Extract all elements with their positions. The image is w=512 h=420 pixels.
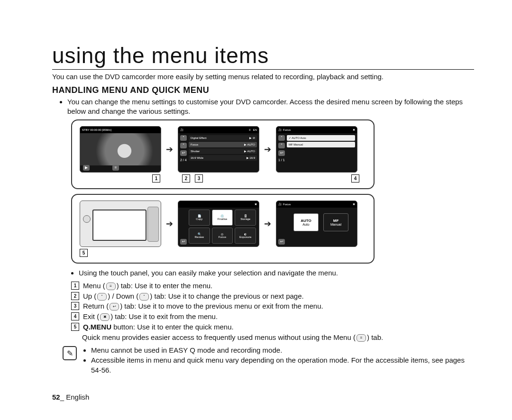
focus-option-auto: AUTOAuto (293, 213, 319, 231)
up-icon: ˄ (180, 135, 187, 141)
chapter-title: using the menu items (52, 43, 474, 70)
page-footer: 52_ English (52, 393, 89, 401)
status-text: STBY 00:00:00 [95Min] (82, 128, 111, 131)
exit-icon: ✖ (100, 313, 110, 321)
down-icon: ˅ (180, 143, 187, 148)
qmenu-option: 🔍Review (189, 228, 210, 244)
submenu-item: MF Manual (287, 142, 355, 147)
overview-list: You can change the menu settings to cust… (52, 97, 474, 117)
up-icon: ˄ (278, 135, 285, 141)
menu-icon: ≡ (106, 283, 116, 290)
return-icon: ↩ (278, 150, 285, 156)
legend-quickmenu-note: Quick menu provides easier access to fre… (71, 332, 474, 343)
chapter-intro: You can use the DVD camcorder more easil… (52, 73, 474, 81)
status-bar: STBY 00:00:00 [95Min] (80, 127, 161, 133)
menu-item-selected: Focus▶ AUTO (189, 142, 257, 147)
note-icon: ✎ (63, 346, 77, 360)
exit-icon: ✖ (353, 128, 355, 131)
return-icon: ↩ (110, 303, 119, 310)
page-language: English (66, 393, 89, 401)
touch-intro-list: Using the touch panel, you can easily ma… (52, 268, 474, 278)
legend-item-3: 3 Return (↩) tab: Use it to move to the … (71, 301, 474, 311)
return-icon: ↩ (180, 150, 187, 156)
return-icon: ↩ (278, 239, 285, 245)
diagram-menu-flow: STBY 00:00:00 [95Min] ▶ ≡ ➔ 🎥≡ EN ˄ ˅ ↩ … (71, 119, 375, 189)
arrow-icon: ➔ (263, 144, 272, 155)
menu-icon: ≡ (112, 165, 119, 171)
note-1: Menu cannot be used in EASY Q mode and r… (91, 345, 474, 355)
overview-bullet: You can change the menu settings to cust… (67, 97, 474, 117)
note-block: ✎ Menu cannot be used in EASY Q mode and… (63, 345, 474, 375)
down-icon: ˅ (139, 293, 149, 301)
menu-item: Digital Effect▶ ⊘ (189, 135, 257, 141)
callout-5: 5 (80, 249, 88, 257)
callout-3: 3 (195, 174, 203, 183)
down-icon: ˅ (278, 143, 285, 148)
exit-icon: ✖ (353, 202, 355, 206)
section-title: HANDLING MENU AND QUICK MENU (52, 85, 474, 95)
callout-2: 2 (182, 174, 190, 183)
liveview-image (80, 133, 161, 165)
lcd-submenu: 🎥Focus✖ ˄ ˅ ↩ 1 / 1 ✓ AUTO Auto MF Manua… (276, 126, 357, 173)
submenu-item-selected: ✓ AUTO Auto (287, 135, 355, 141)
legend-item-1: 1 Menu (≡) tab: Use it to enter the menu… (71, 281, 474, 291)
qmenu-option-selected: 💿Finalise (212, 210, 233, 226)
page-number: 52 (52, 393, 60, 401)
manual-page: using the menu items You can use the DVD… (0, 0, 512, 420)
legend-item-5: 5 Q.MENU button: Use it to enter the qui… (71, 322, 474, 332)
camera-icon: 🎥 (278, 128, 282, 131)
page-indicator: 2 / 4 (180, 158, 187, 162)
page-indicator: 1 / 1 (278, 158, 285, 162)
camera-icon: 🎥 (278, 202, 282, 206)
menu-item: Shutter▶ AUTO (189, 148, 257, 154)
camcorder-illustration (80, 201, 161, 247)
focus-option-manual: MFManual (323, 213, 348, 231)
arrow-icon: ➔ (263, 219, 272, 229)
qmenu-option: ◎Focus (212, 228, 233, 244)
legend-item-4: 4 Exit (✖) tab: Use it to exit from the … (71, 311, 474, 322)
lcd-menu: 🎥≡ EN ˄ ˅ ↩ 2 / 4 Digital Effect▶ ⊘ Focu… (178, 126, 259, 173)
qmenu-option: ◐Exposure (235, 228, 256, 244)
legend-item-2: 2 Up (˄) / Down (˅) tab: Use it to chang… (71, 291, 474, 301)
menu-item: 16:9 Wide▶ 16:9 (189, 155, 257, 161)
diagram-quickmenu-flow: ➔ ✖ ↩ 📄Copy 💿Finalise 🗄Storage 🔍Review ◎… (71, 194, 375, 264)
menu-icon: ≡ (357, 334, 366, 342)
camera-icon: 🎥 (180, 128, 183, 131)
qmenu-option: 📄Copy (189, 210, 210, 226)
qmenu-button-illustration (83, 215, 91, 223)
lcd-quickmenu-focus: 🎥Focus✖ ↩ AUTOAuto MFManual (276, 201, 357, 247)
callout-4: 4 (351, 174, 359, 183)
touch-intro: Using the touch panel, you can easily ma… (79, 268, 474, 278)
exit-icon: ✖ (255, 202, 257, 206)
callout-1: 1 (152, 174, 160, 183)
arrow-icon: ➔ (165, 219, 174, 229)
lcd-liveview: STBY 00:00:00 [95Min] ▶ ≡ (80, 126, 161, 173)
qmenu-option: 🗄Storage (235, 210, 256, 226)
legend-list: 1 Menu (≡) tab: Use it to enter the menu… (71, 281, 474, 343)
return-icon: ↩ (180, 239, 187, 245)
arrow-icon: ➔ (165, 144, 174, 155)
play-icon: ▶ (83, 165, 90, 171)
up-icon: ˄ (97, 293, 107, 301)
note-2: Accessible items in menu and quick menu … (91, 355, 474, 375)
lcd-quickmenu: ✖ ↩ 📄Copy 💿Finalise 🗄Storage 🔍Review ◎Fo… (178, 201, 259, 247)
